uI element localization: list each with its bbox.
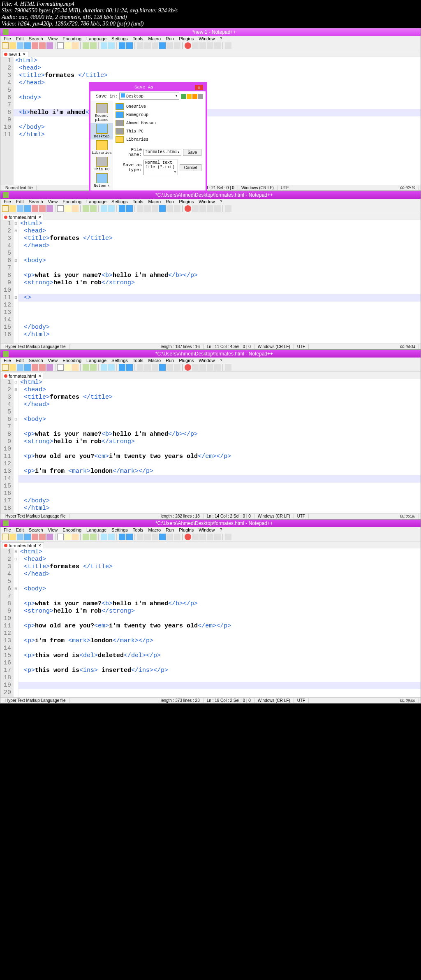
save-icon[interactable] [17,205,23,212]
redo-icon[interactable] [90,205,97,212]
copy-icon[interactable] [65,42,71,49]
print-icon[interactable] [46,42,53,49]
zoom-out-icon[interactable] [126,42,133,49]
chars-icon[interactable] [144,42,151,49]
editor-area[interactable]: 1234567891011 <html> <head> <title>forma… [0,57,421,185]
menu-run[interactable]: Run [163,198,176,205]
file-list[interactable]: OneDrive Homegroup Ahmed Hassan This PC … [113,101,206,190]
menu-language[interactable]: Language [84,357,109,364]
cut-icon[interactable] [57,42,64,49]
place-thispc[interactable]: This PC [90,156,113,172]
new-icon[interactable] [2,205,9,212]
menu-encoding[interactable]: Encoding [60,35,84,42]
title-bar[interactable]: *C:\Users\Ahmed\Desktop\formates.html - … [0,191,421,199]
tab-close-icon[interactable]: ✕ [38,215,42,219]
folder-icon[interactable] [159,534,166,540]
print-icon[interactable] [46,205,53,212]
zoom-out-icon[interactable] [126,364,133,371]
menu-run[interactable]: Run [163,357,176,364]
cancel-button[interactable]: Cancel [180,164,201,171]
fold-column[interactable]: ⊟⊟⊟ [14,379,19,513]
editor-area[interactable]: 1234567891011121314151617181920 ⊟⊟⊟ <htm… [0,548,421,697]
savetype-dropdown[interactable]: Normal text file (*.txt)▾ [143,160,178,175]
find-icon[interactable] [101,534,107,540]
compare-icon[interactable] [225,205,231,212]
stop-icon[interactable] [192,364,199,371]
title-bar[interactable]: *C:\Users\Ahmed\Desktop\formates.html - … [0,520,421,527]
print-icon[interactable] [46,364,53,371]
paste-icon[interactable] [72,205,79,212]
menu-edit[interactable]: Edit [14,527,26,533]
map-icon[interactable] [174,205,180,212]
zoom-out-icon[interactable] [126,205,133,212]
dialog-close-icon[interactable]: ✕ [195,85,203,90]
copy-icon[interactable] [65,534,71,540]
func-icon[interactable] [167,42,173,49]
save-all-icon[interactable] [24,364,31,371]
play-icon[interactable] [199,534,206,540]
record-icon[interactable] [185,205,191,212]
menu-view[interactable]: View [46,198,60,205]
stop-icon[interactable] [192,42,199,49]
close-all-icon[interactable] [39,364,46,371]
close-icon[interactable] [32,364,38,371]
menu-settings[interactable]: Settings [109,35,130,42]
close-icon[interactable] [32,534,38,540]
close-icon[interactable] [32,42,38,49]
record-icon[interactable] [185,534,191,540]
find-icon[interactable] [101,205,107,212]
folder-icon[interactable] [159,42,166,49]
menu-macro[interactable]: Macro [146,527,163,533]
map-icon[interactable] [174,364,180,371]
place-network[interactable]: Network [90,172,113,189]
fold-column[interactable]: ⊟⊟⊟ [14,548,19,697]
save-all-icon[interactable] [24,534,31,540]
map-icon[interactable] [174,534,180,540]
indent-icon[interactable] [152,42,158,49]
undo-icon[interactable] [83,364,89,371]
tab-formates[interactable]: formates.html✕ [2,214,44,220]
play-multi-icon[interactable] [207,534,213,540]
compare-icon[interactable] [225,42,231,49]
save-macro-icon[interactable] [214,42,221,49]
play-multi-icon[interactable] [207,205,213,212]
play-multi-icon[interactable] [207,42,213,49]
close-all-icon[interactable] [39,205,46,212]
compare-icon[interactable] [225,534,231,540]
indent-icon[interactable] [152,205,158,212]
save-macro-icon[interactable] [214,205,221,212]
code-content[interactable]: <html> <head> <title>formates </title> <… [14,57,421,185]
menu-edit[interactable]: Edit [14,198,26,205]
zoom-in-icon[interactable] [119,364,125,371]
indent-icon[interactable] [152,534,158,540]
list-item[interactable]: Homegroup [115,111,204,119]
tab-close-icon[interactable]: ✕ [22,52,26,56]
menu-macro[interactable]: Macro [146,357,163,364]
paste-icon[interactable] [72,42,79,49]
undo-icon[interactable] [83,205,89,212]
open-icon[interactable] [9,205,16,212]
menu-file[interactable]: File [1,35,14,42]
save-macro-icon[interactable] [214,534,221,540]
menu-plugins[interactable]: Plugins [176,198,196,205]
play-icon[interactable] [199,42,206,49]
menu-help[interactable]: ? [217,357,224,364]
cut-icon[interactable] [57,205,64,212]
title-bar[interactable]: *C:\Users\Ahmed\Desktop\formates.html - … [0,350,421,358]
open-icon[interactable] [9,534,16,540]
menu-search[interactable]: Search [26,198,46,205]
wrap-icon[interactable] [137,534,143,540]
fold-column[interactable]: ⊟⊟⊟⊟ [14,220,19,344]
paste-icon[interactable] [72,534,79,540]
menu-window[interactable]: Window [196,527,217,533]
save-macro-icon[interactable] [214,364,221,371]
menu-search[interactable]: Search [26,527,46,533]
cut-icon[interactable] [57,534,64,540]
code-content[interactable]: <html> <head> <title>formates </title> <… [19,220,421,344]
func-icon[interactable] [167,205,173,212]
menu-window[interactable]: Window [196,357,217,364]
list-item[interactable]: This PC [115,127,204,135]
redo-icon[interactable] [90,364,97,371]
save-icon[interactable] [17,534,23,540]
save-all-icon[interactable] [24,205,31,212]
